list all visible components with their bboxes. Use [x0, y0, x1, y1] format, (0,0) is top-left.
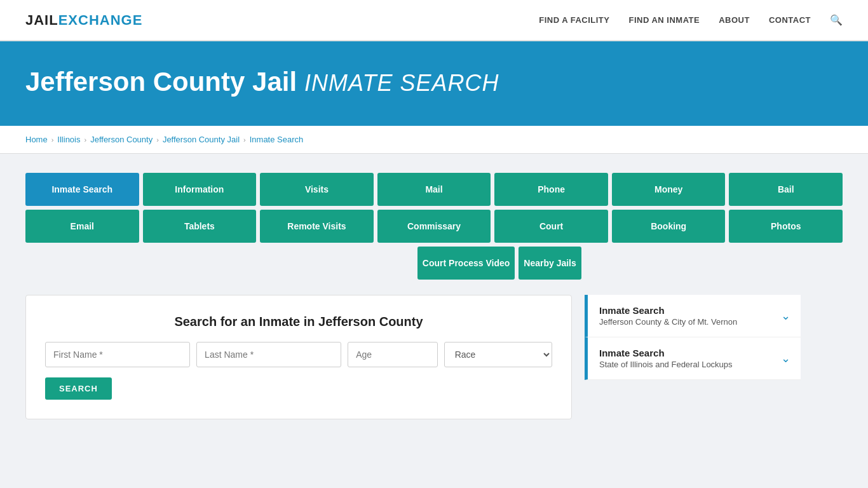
breadcrumb-jefferson-county-jail[interactable]: Jefferson County Jail: [163, 135, 240, 144]
chevron-down-icon-1: ⌄: [781, 309, 790, 323]
nav-about[interactable]: ABOUT: [719, 15, 750, 25]
row3-spacer-2: [156, 247, 283, 280]
nav-contact[interactable]: CONTACT: [769, 15, 811, 25]
btn-booking[interactable]: Booking: [612, 210, 726, 243]
breadcrumb-sep-4: ›: [243, 136, 246, 144]
row3-spacer-5: [715, 247, 843, 280]
row3-spacer-3: [287, 247, 414, 280]
main-nav: FIND A FACILITY FIND AN INMATE ABOUT CON…: [539, 14, 843, 26]
nav-btn-row-3: Court Process Video Nearby Jails: [25, 247, 843, 280]
row3-spacer-4: [585, 247, 712, 280]
content-area: Search for an Inmate in Jefferson County…: [25, 295, 843, 419]
hero-title: Jefferson County JailINMATE SEARCH: [25, 67, 499, 97]
category-nav-buttons: Inmate Search Information Visits Mail Ph…: [25, 173, 843, 280]
logo-jail: JAIL: [25, 12, 58, 28]
chevron-down-icon-2: ⌄: [781, 351, 790, 365]
logo[interactable]: JAILEXCHANGE: [25, 12, 142, 29]
search-card: Search for an Inmate in Jefferson County…: [25, 295, 572, 419]
search-form: Race White Black Hispanic Asian Other: [45, 342, 552, 367]
breadcrumb-sep-1: ›: [51, 136, 54, 144]
btn-money[interactable]: Money: [612, 173, 726, 206]
btn-phone[interactable]: Phone: [494, 173, 608, 206]
sidebar-item-1-main: Inmate Search: [599, 305, 737, 316]
sidebar-item-2-text: Inmate Search State of Illinois and Fede…: [599, 348, 733, 369]
breadcrumb-sep-3: ›: [156, 136, 159, 144]
btn-information[interactable]: Information: [143, 173, 257, 206]
btn-mail[interactable]: Mail: [377, 173, 491, 206]
hero-title-main: Jefferson County Jail: [25, 67, 297, 97]
header: JAILEXCHANGE FIND A FACILITY FIND AN INM…: [0, 0, 868, 41]
sidebar-item-2-main: Inmate Search: [599, 348, 733, 358]
nav-btn-row-2: Email Tablets Remote Visits Commissary C…: [25, 210, 843, 243]
breadcrumb-jefferson-county[interactable]: Jefferson County: [90, 135, 153, 144]
sidebar-item-1-text: Inmate Search Jefferson County & City of…: [599, 305, 737, 327]
first-name-input[interactable]: [45, 342, 190, 367]
nav-find-facility[interactable]: FIND A FACILITY: [539, 15, 609, 25]
btn-tablets[interactable]: Tablets: [143, 210, 257, 243]
breadcrumb-current: Inmate Search: [250, 135, 304, 144]
btn-bail[interactable]: Bail: [729, 173, 843, 206]
main-content: Inmate Search Information Visits Mail Ph…: [0, 154, 868, 438]
sidebar-item-2[interactable]: Inmate Search State of Illinois and Fede…: [585, 337, 801, 380]
search-button[interactable]: SEARCH: [45, 377, 112, 400]
btn-commissary[interactable]: Commissary: [377, 210, 491, 243]
breadcrumb-home[interactable]: Home: [25, 135, 48, 144]
logo-exchange: EXCHANGE: [58, 12, 143, 28]
sidebar: Inmate Search Jefferson County & City of…: [585, 295, 801, 380]
btn-inmate-search[interactable]: Inmate Search: [25, 173, 139, 206]
sidebar-item-2-sub: State of Illinois and Federal Lockups: [599, 360, 733, 369]
btn-court-process-video[interactable]: Court Process Video: [417, 247, 515, 280]
sidebar-item-1-sub: Jefferson County & City of Mt. Vernon: [599, 317, 737, 327]
row3-spacer-1: [25, 247, 153, 280]
nav-btn-row-1: Inmate Search Information Visits Mail Ph…: [25, 173, 843, 206]
btn-remote-visits[interactable]: Remote Visits: [260, 210, 374, 243]
btn-visits[interactable]: Visits: [260, 173, 374, 206]
search-card-title: Search for an Inmate in Jefferson County: [45, 315, 552, 329]
sidebar-item-1[interactable]: Inmate Search Jefferson County & City of…: [585, 295, 801, 337]
btn-email[interactable]: Email: [25, 210, 139, 243]
breadcrumb: Home › Illinois › Jefferson County › Jef…: [0, 126, 868, 154]
btn-nearby-jails[interactable]: Nearby Jails: [519, 247, 581, 280]
btn-court[interactable]: Court: [494, 210, 608, 243]
last-name-input[interactable]: [196, 342, 341, 367]
race-select[interactable]: Race White Black Hispanic Asian Other: [444, 342, 552, 367]
breadcrumb-illinois[interactable]: Illinois: [57, 135, 80, 144]
hero-banner: Jefferson County JailINMATE SEARCH: [0, 41, 868, 126]
search-icon-button[interactable]: 🔍: [830, 14, 843, 26]
btn-photos[interactable]: Photos: [729, 210, 843, 243]
breadcrumb-sep-2: ›: [84, 136, 86, 144]
nav-find-inmate[interactable]: FIND AN INMATE: [628, 15, 700, 25]
hero-subtitle: INMATE SEARCH: [304, 70, 499, 96]
age-input[interactable]: [348, 342, 437, 367]
